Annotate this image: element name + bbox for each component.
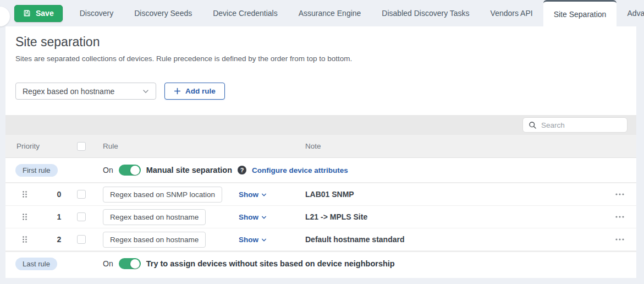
rule-chip[interactable]: Regex based on SNMP location	[103, 187, 222, 203]
neighborship-assignment-toggle[interactable]	[119, 258, 141, 269]
table-row: 1 Regex based on hostname Show L21 -> MP…	[5, 206, 636, 228]
chevron-down-icon	[261, 215, 267, 220]
configure-device-attributes-link[interactable]: Configure device attributes	[252, 166, 348, 174]
tab-discovery-seeds[interactable]: Discovery Seeds	[124, 0, 202, 26]
search-icon	[529, 121, 537, 129]
show-link[interactable]: Show	[239, 213, 267, 221]
show-link-label: Show	[239, 236, 258, 244]
row-actions-ellipsis-icon[interactable]	[603, 238, 636, 241]
top-bar: Save Discovery Discovery Seeds Device Cr…	[0, 0, 644, 26]
note-value: L21 -> MPLS Site	[299, 212, 603, 221]
select-all-checkbox[interactable]	[77, 142, 86, 151]
row-checkbox[interactable]	[77, 190, 86, 199]
tab-bar: Discovery Discovery Seeds Device Credent…	[69, 0, 644, 26]
tab-assurance-engine[interactable]: Assurance Engine	[288, 0, 372, 26]
plus-icon	[174, 88, 181, 95]
chevron-down-icon	[142, 88, 149, 95]
row-actions-ellipsis-icon[interactable]	[603, 193, 636, 195]
last-rule-title: Try to assign devices without sites base…	[146, 259, 395, 268]
first-rule-row: First rule On Manual site separation ? C…	[5, 158, 636, 183]
column-header-priority: Priority	[5, 142, 74, 150]
toggle-state-label: On	[103, 166, 113, 174]
first-rule-badge: First rule	[15, 164, 58, 177]
search-box[interactable]	[522, 117, 628, 133]
tab-discovery[interactable]: Discovery	[69, 0, 124, 26]
rule-type-selected-value: Regex based on hostname	[23, 87, 114, 96]
rule-controls: Regex based on hostname Add rule	[5, 83, 636, 100]
drag-handle-icon[interactable]	[5, 190, 44, 198]
table-row: 0 Regex based on SNMP location Show LAB0…	[5, 183, 636, 206]
show-link[interactable]: Show	[239, 236, 267, 244]
tab-site-separation[interactable]: Site Separation	[543, 0, 617, 26]
page-title: Site separation	[15, 35, 626, 50]
save-button[interactable]: Save	[14, 5, 63, 22]
note-value: LAB01 SNMP	[299, 190, 603, 199]
show-link-label: Show	[239, 190, 258, 199]
first-rule-title: Manual site separation	[146, 166, 232, 174]
row-checkbox[interactable]	[77, 212, 86, 221]
drag-handle-icon[interactable]	[5, 213, 44, 221]
tab-disabled-discovery-tasks[interactable]: Disabled Discovery Tasks	[371, 0, 480, 26]
table-header-row: Priority Rule Note	[5, 135, 636, 158]
table-toolbar	[5, 115, 636, 135]
page-description: Sites are separated collections of devic…	[15, 54, 626, 63]
chevron-down-icon	[261, 237, 267, 243]
column-header-rule: Rule	[96, 142, 232, 150]
note-value: Default hostname standard	[299, 235, 603, 244]
content-panel: Site separation Sites are separated coll…	[5, 26, 636, 278]
drag-handle-icon[interactable]	[5, 236, 44, 243]
save-button-label: Save	[36, 9, 54, 18]
priority-value: 1	[44, 212, 74, 221]
show-link[interactable]: Show	[239, 190, 267, 199]
sidebar-collapse-handle[interactable]	[0, 7, 10, 26]
tab-device-credentials[interactable]: Device Credentials	[202, 0, 288, 26]
rule-chip[interactable]: Regex based on hostname	[103, 232, 206, 248]
last-rule-row: Last rule On Try to assign devices witho…	[5, 251, 636, 275]
add-rule-label: Add rule	[185, 87, 216, 95]
rule-chip[interactable]: Regex based on hostname	[103, 209, 206, 225]
priority-value: 0	[44, 190, 74, 199]
tab-vendors-api[interactable]: Vendors API	[480, 0, 543, 26]
table-row: 2 Regex based on hostname Show Default h…	[5, 228, 636, 251]
manual-site-separation-toggle[interactable]	[119, 165, 141, 176]
tab-advanced-cli[interactable]: Advanced CLI	[617, 0, 644, 26]
rule-type-select[interactable]: Regex based on hostname	[15, 83, 156, 100]
row-actions-ellipsis-icon[interactable]	[603, 216, 636, 218]
page-header: Site separation Sites are separated coll…	[5, 26, 636, 63]
toggle-state-label: On	[103, 259, 113, 268]
search-input[interactable]	[541, 121, 621, 129]
row-checkbox[interactable]	[77, 235, 86, 244]
add-rule-button[interactable]: Add rule	[164, 83, 225, 100]
show-link-label: Show	[239, 213, 258, 221]
help-icon[interactable]: ?	[238, 166, 246, 174]
column-header-note: Note	[299, 142, 603, 150]
floppy-disk-icon	[23, 9, 31, 17]
chevron-down-icon	[261, 192, 267, 198]
last-rule-badge: Last rule	[15, 258, 57, 270]
priority-value: 2	[44, 235, 74, 244]
